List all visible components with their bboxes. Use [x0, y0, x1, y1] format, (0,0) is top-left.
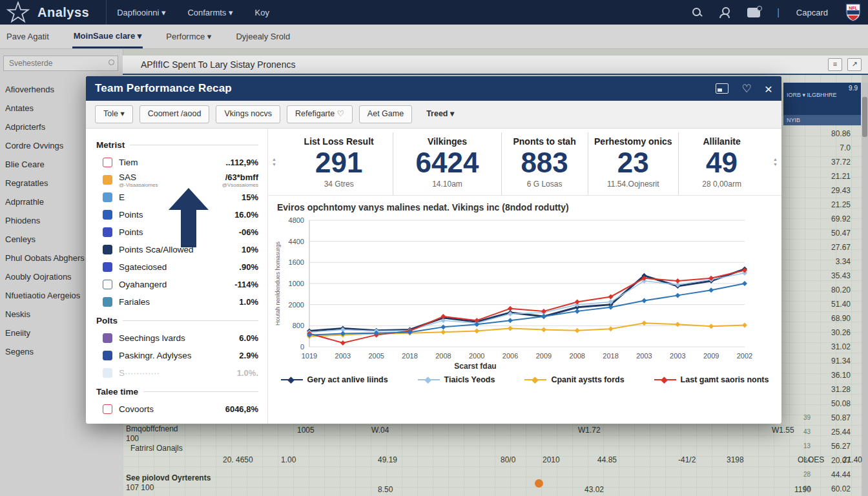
filter-button[interactable]: Aet Game: [359, 105, 412, 123]
row-value: 21.25: [811, 198, 860, 212]
expand-button[interactable]: ↗: [847, 58, 862, 71]
row-value: 68.90: [811, 311, 860, 326]
table-cell: 49.19: [378, 455, 501, 464]
filter-button[interactable]: Treed ▾: [418, 106, 462, 123]
row-value: 31.02: [811, 340, 860, 354]
svg-text:2003: 2003: [670, 352, 685, 360]
row-small-value: 39: [783, 411, 811, 425]
svg-text:1600: 1600: [289, 258, 304, 266]
legend-swatch: ◆: [524, 379, 546, 380]
filter-button[interactable]: Tole ▾: [95, 105, 133, 123]
close-icon[interactable]: ×: [765, 82, 772, 96]
legend-label: Tiaicls Yeods: [444, 375, 495, 384]
row-small-value: [783, 198, 811, 212]
row-value: 27.67: [811, 240, 860, 254]
metric-label: Tiem: [119, 158, 138, 167]
scrollbar-thumb[interactable]: [862, 97, 867, 137]
legend-item[interactable]: ◆Gery act anlive liinds: [281, 375, 388, 384]
stat-label: Pnonts to stah: [504, 136, 585, 147]
table-row: 80.20: [783, 283, 860, 297]
search-icon[interactable]: [692, 7, 702, 17]
metric-icon: [103, 262, 112, 272]
bottom-row-label: See piolovd Oyrterents: [126, 473, 211, 482]
secondary-tabbar: Pave AgatitMoinSaue clare ▾Performce ▾Dy…: [0, 25, 868, 49]
app-window: { "icons": { "caret_down": "▾", "heart":…: [0, 0, 868, 496]
nav-tab[interactable]: Performce ▾: [165, 26, 212, 47]
svg-text:2018: 2018: [402, 352, 417, 360]
chart-svg: 4800440016001000200080001019200320052018…: [272, 214, 752, 371]
row-value: 51.40: [811, 297, 860, 311]
row-value: 31.28: [811, 382, 860, 397]
metric-value: 6046,8%: [225, 404, 258, 414]
right-table: 80.86 7.0 37.72 21.21 29.43 21.25 69.92: [783, 127, 860, 496]
legend-label: Cpanit aystts fords: [551, 375, 624, 384]
sidebar-search-input[interactable]: [3, 56, 118, 71]
metric-row[interactable]: Covoorts 6046,8%: [96, 400, 258, 418]
metric-icon: [103, 404, 112, 414]
filter-button[interactable]: Coomert /aood: [140, 105, 210, 123]
metric-row[interactable]: Oyahangerd -114%: [96, 276, 258, 293]
stat-subtext: 34 Gtres: [287, 180, 390, 189]
topnav-menu-item[interactable]: Dapfiooinni ▾: [117, 8, 165, 17]
popout-icon[interactable]: [716, 83, 728, 94]
topnav-menu-item[interactable]: Koy: [255, 8, 269, 17]
metric-row[interactable]: Tiem ..112,9%: [96, 154, 258, 171]
vertical-scrollbar[interactable]: [862, 83, 868, 496]
metric-row[interactable]: Seechings lvards 6.0%: [96, 329, 258, 347]
row-small-value: [783, 240, 811, 254]
metric-row[interactable]: Sgateciosed .90%: [96, 258, 258, 276]
legend-item[interactable]: ◆Last gamt saoris nonts: [654, 375, 769, 384]
row-value: 35.43: [811, 269, 860, 283]
performance-line-chart: 4800440016001000200080001019200320052018…: [268, 212, 781, 374]
sort-arrows-icon[interactable]: ▲▼: [773, 157, 778, 167]
modal-header: Team Performance Recap ♡ ×: [86, 76, 781, 101]
legend-item[interactable]: ◆Cpanit aystts fords: [524, 375, 624, 384]
filter-button[interactable]: Refefigarte ♡: [287, 105, 353, 123]
grid-view-button[interactable]: ≡: [828, 58, 842, 71]
row-small-value: [783, 297, 811, 311]
metric-row[interactable]: S············ 1.0%.: [96, 364, 258, 382]
metric-row[interactable]: SAS@-Visaasaiomes /63*bmff@Vsoasaiomes: [96, 171, 258, 189]
metric-value: 1.0%.: [237, 368, 258, 378]
right-table-header-text: IORB ▾ ILGBHHRE: [787, 92, 858, 98]
row-small-value: 13: [783, 439, 811, 453]
metric-value: -114%: [234, 280, 258, 289]
table-row: 69.92: [783, 212, 860, 226]
table-row: 50.08: [783, 397, 860, 411]
svg-text:2018: 2018: [603, 352, 618, 360]
topnav-menu-item[interactable]: Confarmts ▾: [187, 8, 232, 17]
table-cell: W.04: [371, 426, 578, 435]
metric-row[interactable]: Fariales 1.0%: [96, 293, 258, 311]
stat-card: Vilkinges 6424 14.10am: [393, 132, 501, 195]
row-value: 36.10: [811, 368, 860, 382]
capcard-link[interactable]: Capcard: [796, 8, 828, 17]
filter-button[interactable]: Vkings nocvs: [216, 105, 280, 123]
table-row: 3.34: [783, 254, 860, 269]
nav-tab[interactable]: Pave Agatit: [5, 26, 50, 47]
section-title-polts: Polts: [96, 316, 258, 326]
nfl-shield-logo: NFL: [845, 3, 862, 22]
metric-value: .90%: [239, 262, 258, 272]
row-value: 44.44: [811, 468, 860, 482]
metric-icon: [103, 297, 112, 307]
stat-card: Allilanite 49 28 0,00arm: [678, 132, 765, 195]
metric-value: 6.0%: [239, 333, 258, 343]
favorite-heart-icon[interactable]: ♡: [741, 83, 751, 94]
nav-tab[interactable]: Dyjeealy Srold: [234, 26, 291, 47]
row-small-value: [783, 169, 811, 183]
chat-notification-icon[interactable]: [747, 8, 760, 17]
content-toolbar: APfIfIC Spent To Lary Sistay Pronencs ≡ …: [123, 56, 868, 75]
sort-arrows-icon[interactable]: ▲▼: [272, 157, 276, 167]
table-row: 31.02: [783, 340, 860, 354]
metric-label: Oyahangerd: [119, 280, 167, 289]
nav-tab[interactable]: MoinSaue clare ▾: [72, 25, 143, 48]
row-small-value: [783, 183, 811, 198]
user-profile-icon[interactable]: [719, 7, 730, 17]
stat-label: List Loss Result: [287, 136, 390, 147]
row-small-value: [783, 226, 811, 240]
table-row: 21.25: [783, 198, 860, 212]
table-row: 50.47: [783, 226, 860, 240]
legend-item[interactable]: ◆Tiaicls Yeods: [418, 375, 495, 384]
metric-row[interactable]: Paskingr. Adylyses 2.9%: [96, 347, 258, 364]
row-value: 69.92: [811, 212, 860, 226]
